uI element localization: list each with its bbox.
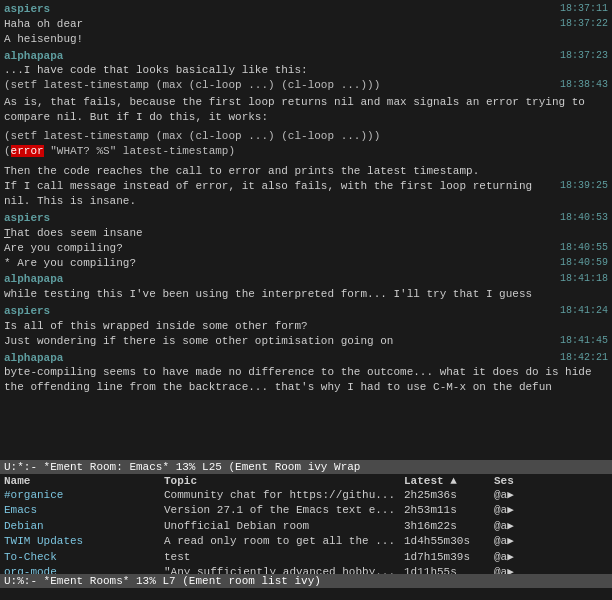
message-block: 18:42:21 alphapapa byte-compiling seems … <box>4 351 608 396</box>
message-text: hat does seem insane <box>11 227 143 239</box>
room-session: @a▶ <box>494 519 544 534</box>
room-latest: 1d4h55m30s <box>404 534 494 549</box>
room-link[interactable]: To-Check <box>4 551 57 563</box>
room-session: @a▶ <box>494 550 544 565</box>
room-topic: Version 27.1 of the Emacs text e... <box>164 503 404 518</box>
author: aspiers <box>4 212 50 224</box>
timestamp: 18:40:55 <box>560 241 608 255</box>
timestamp: 18:37:22 <box>560 17 608 31</box>
message-line: 18:41:18 alphapapa <box>4 272 608 287</box>
message-line: while testing this I've been using the i… <box>4 287 608 302</box>
room-latest: 2h53m11s <box>404 503 494 518</box>
room-latest: 2h25m36s <box>404 488 494 503</box>
chat-area: 18:37:11 aspiers 18:37:22 Haha oh dear A… <box>0 0 612 460</box>
message-block: As is, that fails, because the first loo… <box>4 95 608 158</box>
author: alphapapa <box>4 273 63 285</box>
timestamp: 18:40:53 <box>560 211 608 225</box>
room-row[interactable]: DebianUnofficial Debian room3h16m22s@a▶ <box>0 519 612 534</box>
room-name[interactable]: Emacs <box>4 503 164 518</box>
message-text: byte-compiling seems to have made no dif… <box>4 366 592 393</box>
message-text: Then the code reaches the call to error … <box>4 165 479 177</box>
room-session: @a▶ <box>494 534 544 549</box>
timestamp: 18:41:45 <box>560 334 608 348</box>
message-text: A heisenbug! <box>4 33 83 45</box>
message-line: Is all of this wrapped inside some other… <box>4 319 608 334</box>
rooms-list: #organiceCommunity chat for https://gith… <box>0 488 612 574</box>
message-line: 18:37:22 Haha oh dear <box>4 17 608 32</box>
message-line: Then the code reaches the call to error … <box>4 164 608 179</box>
message-text: ...I have code that looks basically like… <box>4 64 308 76</box>
room-latest: 1d11h55s <box>404 565 494 574</box>
author: aspiers <box>4 3 50 15</box>
timestamp: 18:41:18 <box>560 272 608 286</box>
room-name[interactable]: Debian <box>4 519 164 534</box>
rooms-header: Name Topic Latest ▲ Ses <box>0 474 612 488</box>
room-name[interactable]: org-mode <box>4 565 164 574</box>
message-line: 18:40:59 * Are you compiling? <box>4 256 608 271</box>
room-link[interactable]: Emacs <box>4 504 37 516</box>
room-topic: A read only room to get all the ... <box>164 534 404 549</box>
message-block: 18:41:18 alphapapa while testing this I'… <box>4 272 608 302</box>
message-line: (error "WHAT? %S" latest-timestamp) <box>4 144 608 159</box>
timestamp: 18:40:59 <box>560 256 608 270</box>
col-header-session: Ses <box>494 475 544 487</box>
message-line: 18:38:43 (setf latest-timestamp (max (cl… <box>4 78 608 93</box>
message-block: Then the code reaches the call to error … <box>4 160 608 209</box>
message-line: That does seem insane <box>4 226 608 241</box>
room-row[interactable]: org-mode"Any sufficiently advanced hobby… <box>0 565 612 574</box>
message-line: 18:40:55 Are you compiling? <box>4 241 608 256</box>
message-block: 18:40:53 aspiers That does seem insane 1… <box>4 211 608 270</box>
status-bar-bottom-text: U:%:- *Ement Rooms* 13% L7 (Ement room l… <box>4 575 321 587</box>
room-topic: Unofficial Debian room <box>164 519 404 534</box>
room-row[interactable]: TWIM UpdatesA read only room to get all … <box>0 534 612 549</box>
room-link[interactable]: #organice <box>4 489 63 501</box>
message-block: 18:41:24 aspiers Is all of this wrapped … <box>4 304 608 349</box>
message-block: 18:37:11 aspiers 18:37:22 Haha oh dear A… <box>4 2 608 47</box>
message-line: 18:39:25 If I call message instead of er… <box>4 179 608 209</box>
code-text: (setf latest-timestamp (max (cl-loop ...… <box>4 130 380 142</box>
room-session: @a▶ <box>494 503 544 518</box>
error-highlight: error <box>11 145 44 157</box>
timestamp: 18:38:43 <box>560 78 608 92</box>
rooms-panel: Name Topic Latest ▲ Ses #organiceCommuni… <box>0 474 612 574</box>
timestamp: 18:41:24 <box>560 304 608 318</box>
room-topic: "Any sufficiently advanced hobby... <box>164 565 404 574</box>
message-line: (setf latest-timestamp (max (cl-loop ...… <box>4 129 608 144</box>
room-name[interactable]: TWIM Updates <box>4 534 164 549</box>
timestamp: 18:42:21 <box>560 351 608 365</box>
message-text: Is all of this wrapped inside some other… <box>4 320 308 332</box>
room-session: @a▶ <box>494 565 544 574</box>
message-line: ...I have code that looks basically like… <box>4 63 608 78</box>
room-row[interactable]: To-Checktest1d7h15m39s@a▶ <box>0 550 612 565</box>
room-latest: 1d7h15m39s <box>404 550 494 565</box>
message-line: A heisenbug! <box>4 32 608 47</box>
message-text: Just wondering if there is some other op… <box>4 335 393 347</box>
message-line: 18:41:24 aspiers <box>4 304 608 319</box>
room-topic: Community chat for https://githu... <box>164 488 404 503</box>
author: alphapapa <box>4 50 63 62</box>
timestamp: 18:39:25 <box>560 179 608 193</box>
author: aspiers <box>4 305 50 317</box>
col-header-name: Name <box>4 475 164 487</box>
message-text: Are you compiling? <box>4 242 123 254</box>
room-name[interactable]: #organice <box>4 488 164 503</box>
message-text: while testing this I've been using the i… <box>4 288 532 300</box>
room-name[interactable]: To-Check <box>4 550 164 565</box>
room-link[interactable]: TWIM Updates <box>4 535 83 547</box>
room-link[interactable]: Debian <box>4 520 44 532</box>
room-topic: test <box>164 550 404 565</box>
timestamp: 18:37:11 <box>560 2 608 16</box>
room-session: @a▶ <box>494 488 544 503</box>
status-bar-bottom: U:%:- *Ement Rooms* 13% L7 (Ement room l… <box>0 574 612 588</box>
status-bar-top-text: U:*:- *Ement Room: Emacs* 13% L25 (Ement… <box>4 461 360 473</box>
code-text: (setf latest-timestamp (max (cl-loop ...… <box>4 79 380 91</box>
message-line: 18:40:53 aspiers <box>4 211 608 226</box>
message-text: If I call message instead of error, it a… <box>4 180 532 207</box>
room-row[interactable]: EmacsVersion 27.1 of the Emacs text e...… <box>0 503 612 518</box>
room-link[interactable]: org-mode <box>4 566 57 574</box>
col-header-topic: Topic <box>164 475 404 487</box>
message-line: 18:42:21 alphapapa <box>4 351 608 366</box>
col-header-latest: Latest ▲ <box>404 475 494 487</box>
message-line: 18:37:11 aspiers <box>4 2 608 17</box>
room-row[interactable]: #organiceCommunity chat for https://gith… <box>0 488 612 503</box>
